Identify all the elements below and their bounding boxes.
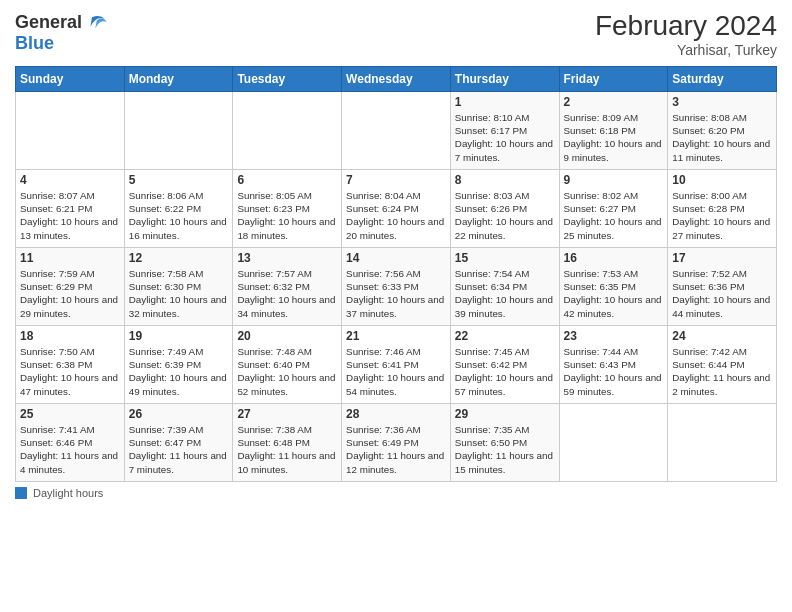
day-info: Sunrise: 7:44 AM Sunset: 6:43 PM Dayligh…	[564, 345, 664, 398]
day-number: 25	[20, 407, 120, 421]
day-info: Sunrise: 7:59 AM Sunset: 6:29 PM Dayligh…	[20, 267, 120, 320]
footer: Daylight hours	[15, 487, 777, 499]
day-cell: 29Sunrise: 7:35 AM Sunset: 6:50 PM Dayli…	[450, 404, 559, 482]
day-info: Sunrise: 7:46 AM Sunset: 6:41 PM Dayligh…	[346, 345, 446, 398]
header-saturday: Saturday	[668, 67, 777, 92]
week-row-3: 11Sunrise: 7:59 AM Sunset: 6:29 PM Dayli…	[16, 248, 777, 326]
day-info: Sunrise: 7:52 AM Sunset: 6:36 PM Dayligh…	[672, 267, 772, 320]
footer-label: Daylight hours	[33, 487, 103, 499]
day-number: 17	[672, 251, 772, 265]
day-cell: 24Sunrise: 7:42 AM Sunset: 6:44 PM Dayli…	[668, 326, 777, 404]
logo-blue: Blue	[15, 34, 54, 52]
day-number: 20	[237, 329, 337, 343]
day-cell: 1Sunrise: 8:10 AM Sunset: 6:17 PM Daylig…	[450, 92, 559, 170]
title-block: February 2024 Yarhisar, Turkey	[595, 10, 777, 58]
day-number: 11	[20, 251, 120, 265]
day-cell: 7Sunrise: 8:04 AM Sunset: 6:24 PM Daylig…	[342, 170, 451, 248]
day-cell: 28Sunrise: 7:36 AM Sunset: 6:49 PM Dayli…	[342, 404, 451, 482]
day-number: 24	[672, 329, 772, 343]
day-cell: 2Sunrise: 8:09 AM Sunset: 6:18 PM Daylig…	[559, 92, 668, 170]
day-info: Sunrise: 7:56 AM Sunset: 6:33 PM Dayligh…	[346, 267, 446, 320]
day-number: 16	[564, 251, 664, 265]
day-number: 19	[129, 329, 229, 343]
day-cell	[559, 404, 668, 482]
logo-general: General	[15, 13, 82, 31]
day-info: Sunrise: 8:04 AM Sunset: 6:24 PM Dayligh…	[346, 189, 446, 242]
day-number: 7	[346, 173, 446, 187]
day-info: Sunrise: 7:38 AM Sunset: 6:48 PM Dayligh…	[237, 423, 337, 476]
week-row-5: 25Sunrise: 7:41 AM Sunset: 6:46 PM Dayli…	[16, 404, 777, 482]
day-cell: 12Sunrise: 7:58 AM Sunset: 6:30 PM Dayli…	[124, 248, 233, 326]
day-cell	[233, 92, 342, 170]
day-info: Sunrise: 8:09 AM Sunset: 6:18 PM Dayligh…	[564, 111, 664, 164]
calendar-title: February 2024	[595, 10, 777, 42]
day-info: Sunrise: 8:08 AM Sunset: 6:20 PM Dayligh…	[672, 111, 772, 164]
day-number: 4	[20, 173, 120, 187]
day-number: 12	[129, 251, 229, 265]
week-row-1: 1Sunrise: 8:10 AM Sunset: 6:17 PM Daylig…	[16, 92, 777, 170]
day-info: Sunrise: 7:35 AM Sunset: 6:50 PM Dayligh…	[455, 423, 555, 476]
day-info: Sunrise: 7:45 AM Sunset: 6:42 PM Dayligh…	[455, 345, 555, 398]
day-cell: 8Sunrise: 8:03 AM Sunset: 6:26 PM Daylig…	[450, 170, 559, 248]
calendar-header: Sunday Monday Tuesday Wednesday Thursday…	[16, 67, 777, 92]
header-sunday: Sunday	[16, 67, 125, 92]
day-info: Sunrise: 7:53 AM Sunset: 6:35 PM Dayligh…	[564, 267, 664, 320]
day-number: 23	[564, 329, 664, 343]
day-number: 5	[129, 173, 229, 187]
day-cell: 21Sunrise: 7:46 AM Sunset: 6:41 PM Dayli…	[342, 326, 451, 404]
day-number: 27	[237, 407, 337, 421]
footer-dot	[15, 487, 27, 499]
day-number: 2	[564, 95, 664, 109]
day-info: Sunrise: 8:02 AM Sunset: 6:27 PM Dayligh…	[564, 189, 664, 242]
day-number: 22	[455, 329, 555, 343]
day-info: Sunrise: 7:50 AM Sunset: 6:38 PM Dayligh…	[20, 345, 120, 398]
day-cell: 22Sunrise: 7:45 AM Sunset: 6:42 PM Dayli…	[450, 326, 559, 404]
day-number: 28	[346, 407, 446, 421]
day-cell: 9Sunrise: 8:02 AM Sunset: 6:27 PM Daylig…	[559, 170, 668, 248]
day-cell: 11Sunrise: 7:59 AM Sunset: 6:29 PM Dayli…	[16, 248, 125, 326]
header-thursday: Thursday	[450, 67, 559, 92]
day-cell: 6Sunrise: 8:05 AM Sunset: 6:23 PM Daylig…	[233, 170, 342, 248]
day-number: 26	[129, 407, 229, 421]
logo-icon	[84, 10, 108, 34]
calendar-body: 1Sunrise: 8:10 AM Sunset: 6:17 PM Daylig…	[16, 92, 777, 482]
day-info: Sunrise: 8:03 AM Sunset: 6:26 PM Dayligh…	[455, 189, 555, 242]
day-number: 13	[237, 251, 337, 265]
logo: General Blue	[15, 10, 108, 52]
day-cell: 5Sunrise: 8:06 AM Sunset: 6:22 PM Daylig…	[124, 170, 233, 248]
day-number: 9	[564, 173, 664, 187]
day-cell: 16Sunrise: 7:53 AM Sunset: 6:35 PM Dayli…	[559, 248, 668, 326]
day-info: Sunrise: 7:42 AM Sunset: 6:44 PM Dayligh…	[672, 345, 772, 398]
day-number: 6	[237, 173, 337, 187]
day-info: Sunrise: 7:48 AM Sunset: 6:40 PM Dayligh…	[237, 345, 337, 398]
calendar-subtitle: Yarhisar, Turkey	[595, 42, 777, 58]
header-friday: Friday	[559, 67, 668, 92]
day-number: 3	[672, 95, 772, 109]
day-number: 15	[455, 251, 555, 265]
day-cell: 3Sunrise: 8:08 AM Sunset: 6:20 PM Daylig…	[668, 92, 777, 170]
day-info: Sunrise: 8:05 AM Sunset: 6:23 PM Dayligh…	[237, 189, 337, 242]
page: General Blue February 2024 Yarhisar, Tur…	[0, 0, 792, 612]
day-info: Sunrise: 7:36 AM Sunset: 6:49 PM Dayligh…	[346, 423, 446, 476]
day-number: 18	[20, 329, 120, 343]
day-cell: 14Sunrise: 7:56 AM Sunset: 6:33 PM Dayli…	[342, 248, 451, 326]
day-cell	[124, 92, 233, 170]
day-cell	[16, 92, 125, 170]
day-cell: 27Sunrise: 7:38 AM Sunset: 6:48 PM Dayli…	[233, 404, 342, 482]
week-row-4: 18Sunrise: 7:50 AM Sunset: 6:38 PM Dayli…	[16, 326, 777, 404]
header-tuesday: Tuesday	[233, 67, 342, 92]
day-cell: 20Sunrise: 7:48 AM Sunset: 6:40 PM Dayli…	[233, 326, 342, 404]
day-cell: 4Sunrise: 8:07 AM Sunset: 6:21 PM Daylig…	[16, 170, 125, 248]
day-cell	[342, 92, 451, 170]
day-cell: 13Sunrise: 7:57 AM Sunset: 6:32 PM Dayli…	[233, 248, 342, 326]
day-cell: 15Sunrise: 7:54 AM Sunset: 6:34 PM Dayli…	[450, 248, 559, 326]
day-number: 21	[346, 329, 446, 343]
day-cell: 23Sunrise: 7:44 AM Sunset: 6:43 PM Dayli…	[559, 326, 668, 404]
day-info: Sunrise: 7:41 AM Sunset: 6:46 PM Dayligh…	[20, 423, 120, 476]
day-info: Sunrise: 8:07 AM Sunset: 6:21 PM Dayligh…	[20, 189, 120, 242]
day-info: Sunrise: 7:39 AM Sunset: 6:47 PM Dayligh…	[129, 423, 229, 476]
day-cell: 19Sunrise: 7:49 AM Sunset: 6:39 PM Dayli…	[124, 326, 233, 404]
day-number: 1	[455, 95, 555, 109]
day-number: 10	[672, 173, 772, 187]
day-cell: 26Sunrise: 7:39 AM Sunset: 6:47 PM Dayli…	[124, 404, 233, 482]
